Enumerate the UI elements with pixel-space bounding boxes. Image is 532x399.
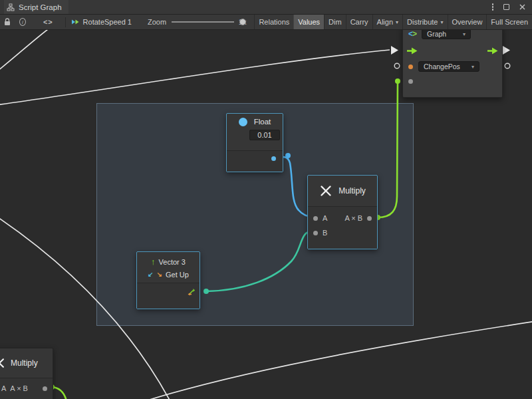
chevron-down-icon: ▾	[396, 19, 398, 25]
multiply-partial-input-a-label: A	[1, 384, 6, 392]
multiply-input-b-port[interactable]	[313, 231, 318, 235]
graph-dropdown[interactable]: Graph ▾	[422, 30, 471, 39]
multiply-input-b-label: B	[323, 229, 327, 237]
lock-icon[interactable]	[4, 18, 11, 26]
toolbar-button-overview[interactable]: Overview	[448, 15, 487, 29]
event-value-port[interactable]	[408, 79, 413, 84]
float-type-icon	[239, 118, 247, 126]
toolbar-separator	[65, 17, 66, 27]
changepos-input-port[interactable]	[408, 65, 413, 69]
node-changepos-event[interactable]: <> Graph ▾ Change	[402, 30, 503, 98]
script-graph-window: Script Graph i <> RotateSpeed 1	[0, 0, 532, 399]
graph-asset-name: RotateSpeed 1	[83, 18, 132, 26]
chevron-down-icon: ▾	[463, 31, 466, 37]
multiply-title: Multiply	[338, 186, 366, 196]
toolbar-button-group: Relations Values Dim Carry Align ▾ Distr…	[254, 15, 532, 29]
float-output-port[interactable]	[271, 156, 276, 161]
code-view-button[interactable]: <>	[37, 15, 60, 29]
toolbar-button-align[interactable]: Align ▾	[372, 15, 402, 29]
get-arrow-sw-icon: ↙	[148, 271, 153, 278]
chevron-down-icon: ▾	[471, 64, 474, 70]
node-float[interactable]: Float 0.01	[226, 113, 283, 172]
toolbar-button-distribute[interactable]: Distribute ▾	[402, 15, 447, 29]
graph-asset-chip[interactable]: RotateSpeed 1	[71, 18, 132, 26]
wire-white-topleft	[0, 30, 51, 71]
get-arrow-se-icon: ↘	[157, 271, 162, 278]
toolbar-button-fullscreen[interactable]: Full Screen	[486, 15, 532, 29]
flow-out-arrow-icon[interactable]	[487, 47, 498, 55]
flow-out-triangle-icon[interactable]	[503, 46, 510, 55]
node-multiply[interactable]: Multiply A A × B B	[307, 175, 378, 249]
wire-green-end	[395, 78, 400, 84]
multiply-partial-title: Multiply	[11, 358, 38, 368]
value-port-circle-left[interactable]	[394, 63, 400, 68]
multiply-output-label: A × B	[344, 214, 362, 222]
close-icon[interactable]	[519, 4, 525, 10]
graph-asset-icon	[71, 18, 80, 26]
window-title: Script Graph	[19, 3, 62, 11]
multiply-icon	[0, 357, 5, 369]
vector3-up-icon: ↑	[151, 257, 156, 266]
graph-toolbar: i <> RotateSpeed 1 Zoom 1x Relations Val…	[0, 15, 532, 30]
tab-script-graph[interactable]: Script Graph	[4, 0, 68, 14]
toolbar-button-carry[interactable]: Carry	[346, 15, 372, 29]
value-port-circle-right[interactable]	[505, 63, 510, 68]
visual-scripting-icon: <>	[408, 30, 417, 38]
window-titlebar: Script Graph	[0, 0, 532, 15]
multiply-icon	[319, 184, 332, 198]
wire-white-bottom	[137, 321, 532, 399]
multiply-output-port[interactable]	[367, 216, 372, 221]
zoom-label: Zoom	[148, 18, 166, 26]
vector3-output-port[interactable]	[187, 288, 196, 297]
toolbar-button-dim[interactable]: Dim	[324, 15, 346, 29]
flow-in-triangle-icon[interactable]	[391, 46, 398, 55]
toolbar-button-relations[interactable]: Relations	[254, 15, 293, 29]
wire-white-to-event-node	[0, 50, 390, 105]
changepos-dropdown[interactable]: ChangePos ▾	[418, 61, 479, 72]
multiply-partial-output-port[interactable]	[43, 386, 47, 391]
float-title: Float	[254, 118, 271, 126]
toolbar-button-values[interactable]: Values	[293, 15, 324, 29]
wire-multiply-partial-out	[52, 387, 66, 399]
float-value-field[interactable]: 0.01	[249, 130, 280, 140]
info-icon[interactable]: i	[19, 18, 26, 26]
node-multiply-partial[interactable]: Multiply A A × B	[0, 348, 53, 399]
zoom-slider-track	[172, 21, 234, 23]
vector3-type-label: Vector 3	[159, 258, 186, 266]
zoom-slider[interactable]	[172, 15, 234, 30]
window-menu-icon[interactable]	[492, 3, 494, 12]
multiply-input-a-port[interactable]	[313, 216, 318, 221]
node-vector3-get-up[interactable]: ↑ Vector 3 ↙ ↘ Get Up	[136, 251, 200, 309]
graph-canvas[interactable]: Float 0.01 Multiply A	[0, 30, 532, 399]
multiply-input-a-label: A	[323, 214, 327, 222]
chevron-down-icon: ▾	[441, 19, 444, 25]
script-graph-icon	[7, 3, 15, 11]
flow-in-arrow-icon[interactable]	[407, 47, 418, 55]
multiply-partial-output-label: A × B	[10, 384, 28, 392]
maximize-icon[interactable]	[503, 4, 509, 10]
vector3-action-label: Get Up	[166, 271, 189, 279]
